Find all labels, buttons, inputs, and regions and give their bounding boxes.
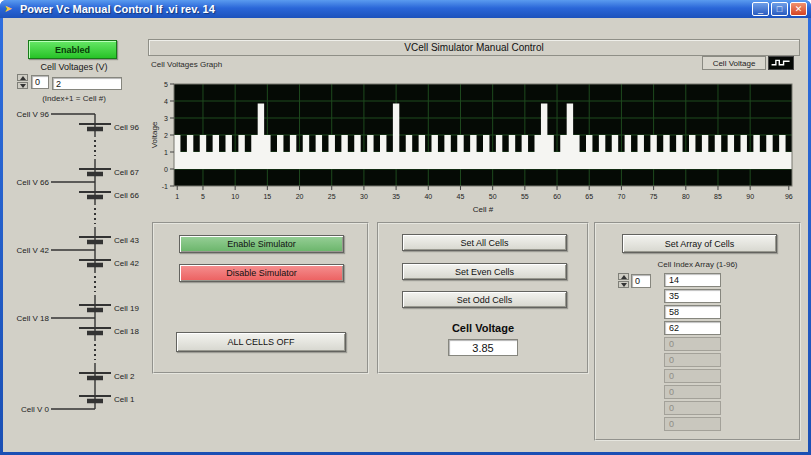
app-window: ➤ Power Vc Manual Control If .vi rev. 14… xyxy=(0,0,811,455)
legend-label[interactable]: Cell Voltage xyxy=(702,56,766,70)
svg-text:Cell V 18: Cell V 18 xyxy=(17,314,50,323)
svg-text:Cell 66: Cell 66 xyxy=(114,191,139,200)
set-all-cells-button[interactable]: Set All Cells xyxy=(402,234,567,251)
cell-voltages-index-input[interactable]: 0 xyxy=(31,75,49,89)
svg-text:Cell 42: Cell 42 xyxy=(114,259,139,268)
array-index-input[interactable]: 0 xyxy=(631,274,651,288)
cell-index-box[interactable]: 35 xyxy=(664,289,721,303)
svg-text:60: 60 xyxy=(553,193,561,200)
set-even-cells-button[interactable]: Set Even Cells xyxy=(402,263,567,280)
enable-simulator-button[interactable]: Enable Simulator xyxy=(179,235,344,253)
svg-text:5: 5 xyxy=(164,81,168,88)
array-panel: Set Array of Cells Cell Index Array (1-9… xyxy=(594,222,801,441)
cell-voltages-value-input[interactable]: 2 xyxy=(52,77,122,90)
svg-text:Cell 2: Cell 2 xyxy=(114,372,135,381)
svg-text:Cell V 42: Cell V 42 xyxy=(17,246,50,255)
svg-text:40: 40 xyxy=(424,193,432,200)
front-panel: Enabled Cell Voltages (V) 0 2 (Index+1 =… xyxy=(3,18,808,452)
svg-text:Cell V 66: Cell V 66 xyxy=(17,178,50,187)
decrement-button[interactable] xyxy=(618,281,629,288)
cell-index-box: 0 xyxy=(664,353,721,367)
svg-text:Cell 43: Cell 43 xyxy=(114,236,139,245)
increment-button[interactable] xyxy=(618,273,629,280)
all-cells-off-button[interactable]: ALL CELLS OFF xyxy=(176,332,346,352)
cell-voltages-graph: -101234515101520253035404550556065707580… xyxy=(148,76,800,226)
simulator-panel: Enable Simulator Disable Simulator ALL C… xyxy=(152,222,369,374)
cell-index-array-list: 14355862000000 xyxy=(664,273,721,433)
svg-text:20: 20 xyxy=(296,193,304,200)
cell-index-box: 0 xyxy=(664,369,721,383)
enabled-indicator[interactable]: Enabled xyxy=(28,40,117,59)
svg-text:75: 75 xyxy=(650,193,658,200)
title-bar: ➤ Power Vc Manual Control If .vi rev. 14… xyxy=(0,0,811,18)
app-icon: ➤ xyxy=(4,4,16,14)
svg-text:0: 0 xyxy=(164,166,168,173)
minimize-button[interactable]: _ xyxy=(752,2,769,16)
svg-text:30: 30 xyxy=(360,193,368,200)
cell-voltage-label: Cell Voltage xyxy=(379,322,587,334)
svg-text:1: 1 xyxy=(175,193,179,200)
cell-index-box[interactable]: 14 xyxy=(664,273,721,287)
graph-title-label: Cell Voltages Graph xyxy=(151,60,222,69)
svg-text:2: 2 xyxy=(164,132,168,139)
svg-text:Cell #: Cell # xyxy=(473,205,494,214)
battery-chain-diagram: Cell V 96Cell 96Cell 67Cell V 66Cell 66C… xyxy=(5,106,147,418)
svg-text:55: 55 xyxy=(521,193,529,200)
increment-button[interactable] xyxy=(17,74,28,81)
svg-text:Cell 67: Cell 67 xyxy=(114,168,139,177)
cell-index-box: 0 xyxy=(664,401,721,415)
svg-text:Cell V 96: Cell V 96 xyxy=(17,110,50,119)
cell-index-box: 0 xyxy=(664,337,721,351)
page-title: VCell Simulator Manual Control xyxy=(148,39,800,56)
index-hint-label: (Index+1 = Cell #) xyxy=(18,94,130,103)
svg-text:Cell 96: Cell 96 xyxy=(114,123,139,132)
decrement-button[interactable] xyxy=(17,82,28,89)
svg-text:45: 45 xyxy=(457,193,465,200)
svg-text:3: 3 xyxy=(164,115,168,122)
svg-text:Cell 18: Cell 18 xyxy=(114,327,139,336)
svg-text:50: 50 xyxy=(489,193,497,200)
set-cells-panel: Set All Cells Set Even Cells Set Odd Cel… xyxy=(377,222,589,374)
svg-text:Voltage: Voltage xyxy=(150,121,159,148)
maximize-button[interactable]: □ xyxy=(771,2,788,16)
cell-index-box[interactable]: 58 xyxy=(664,305,721,319)
disable-simulator-button[interactable]: Disable Simulator xyxy=(179,264,344,282)
cell-voltages-index-spinner xyxy=(17,74,28,89)
cell-voltage-input[interactable]: 3.85 xyxy=(448,339,518,356)
window-title: Power Vc Manual Control If .vi rev. 14 xyxy=(20,3,748,15)
legend-plot-icon xyxy=(768,56,794,70)
svg-text:80: 80 xyxy=(682,193,690,200)
svg-text:5: 5 xyxy=(201,193,205,200)
cell-index-array-label: Cell Index Array (1-96) xyxy=(596,260,799,269)
svg-text:96: 96 xyxy=(785,193,793,200)
cell-index-box: 0 xyxy=(664,385,721,399)
svg-text:-1: -1 xyxy=(162,183,168,190)
svg-text:4: 4 xyxy=(164,98,168,105)
svg-text:35: 35 xyxy=(392,193,400,200)
cell-index-box: 0 xyxy=(664,417,721,431)
svg-text:1: 1 xyxy=(164,149,168,156)
svg-text:Cell V 0: Cell V 0 xyxy=(21,405,50,414)
svg-text:15: 15 xyxy=(263,193,271,200)
svg-text:25: 25 xyxy=(328,193,336,200)
svg-text:85: 85 xyxy=(714,193,722,200)
svg-text:70: 70 xyxy=(618,193,626,200)
svg-text:Cell 1: Cell 1 xyxy=(114,395,135,404)
close-button[interactable]: ✕ xyxy=(790,2,807,16)
set-array-of-cells-button[interactable]: Set Array of Cells xyxy=(622,234,777,253)
cell-index-box[interactable]: 62 xyxy=(664,321,721,335)
array-index-spinner xyxy=(618,273,629,288)
svg-text:10: 10 xyxy=(231,193,239,200)
svg-text:65: 65 xyxy=(585,193,593,200)
svg-text:Cell 19: Cell 19 xyxy=(114,304,139,313)
set-odd-cells-button[interactable]: Set Odd Cells xyxy=(402,291,567,308)
cell-voltages-label: Cell Voltages (V) xyxy=(18,62,130,72)
svg-text:90: 90 xyxy=(746,193,754,200)
